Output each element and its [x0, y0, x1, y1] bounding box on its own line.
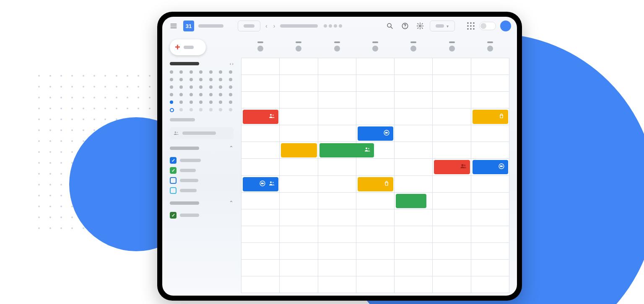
apps-icon[interactable]	[467, 22, 475, 30]
grid-cell[interactable]	[395, 209, 433, 226]
grid-cell[interactable]	[395, 75, 433, 92]
other-calendars-header[interactable]: ⌃	[170, 200, 234, 206]
mini-calendar-day[interactable]	[219, 93, 222, 96]
mini-calendar-day[interactable]	[190, 70, 193, 74]
calendar-checkbox[interactable]	[170, 157, 177, 164]
grid-cell[interactable]	[395, 142, 433, 159]
mini-calendar-day[interactable]	[190, 93, 193, 96]
mini-calendar-day[interactable]	[179, 93, 183, 96]
mini-calendar-day[interactable]	[199, 78, 203, 81]
grid-cell[interactable]	[318, 260, 356, 276]
mini-calendar-day[interactable]	[219, 100, 222, 104]
grid-cell[interactable]	[280, 176, 318, 193]
calendar-event[interactable]	[243, 110, 278, 124]
grid-cell[interactable]	[471, 226, 509, 243]
mini-calendar-day[interactable]	[229, 78, 232, 81]
grid-cell[interactable]	[280, 243, 318, 260]
mini-calendar-day[interactable]	[229, 70, 232, 74]
mini-calendar-day[interactable]	[219, 78, 222, 81]
grid-cell[interactable]	[242, 226, 280, 243]
calendar-item[interactable]	[170, 177, 234, 184]
day-number[interactable]	[296, 46, 301, 52]
mini-calendar-day[interactable]	[170, 93, 173, 96]
grid-cell[interactable]	[433, 193, 471, 209]
mini-calendar-day[interactable]	[209, 93, 213, 96]
grid-cell[interactable]	[471, 176, 509, 193]
grid-cell[interactable]	[280, 193, 318, 209]
grid-cell[interactable]	[280, 75, 318, 92]
calendar-checkbox[interactable]	[170, 167, 177, 174]
mini-calendar-day[interactable]	[170, 108, 174, 112]
mini-calendar-day[interactable]	[190, 100, 193, 104]
mini-calendar-day[interactable]	[219, 108, 222, 111]
grid-cell[interactable]	[242, 243, 280, 260]
grid-cell[interactable]	[242, 92, 280, 108]
mini-calendar-day[interactable]	[179, 85, 183, 89]
view-selector[interactable]: ▾	[430, 21, 455, 31]
grid-cell[interactable]	[356, 209, 395, 226]
grid-cell[interactable]	[395, 159, 433, 175]
grid-cell[interactable]	[356, 108, 395, 125]
grid-cell[interactable]	[433, 276, 471, 293]
mini-calendar-day[interactable]	[209, 78, 213, 81]
mini-calendar-day[interactable]	[170, 78, 173, 81]
grid-cell[interactable]	[318, 108, 356, 125]
next-period-button[interactable]: ›	[273, 23, 276, 29]
mini-calendar-day[interactable]	[229, 100, 232, 104]
calendar-checkbox[interactable]	[170, 187, 177, 194]
day-number[interactable]	[449, 46, 455, 52]
toggle-switch[interactable]	[479, 22, 496, 30]
calendar-event[interactable]	[473, 160, 508, 174]
grid-cell[interactable]	[433, 260, 471, 276]
grid-cell[interactable]	[280, 58, 318, 75]
mini-calendar-day[interactable]	[170, 100, 173, 104]
mini-calendar-day[interactable]	[170, 85, 173, 89]
grid-cell[interactable]	[433, 92, 471, 108]
calendar-event[interactable]	[281, 143, 317, 157]
mini-calendar-day[interactable]	[179, 100, 183, 104]
grid-cell[interactable]	[318, 193, 356, 209]
today-button[interactable]	[238, 21, 260, 31]
grid-cell[interactable]	[318, 243, 356, 260]
grid-cell[interactable]	[471, 260, 509, 276]
grid-cell[interactable]	[318, 226, 356, 243]
grid-cell[interactable]	[242, 142, 280, 159]
grid-cell[interactable]	[318, 92, 356, 108]
grid-cell[interactable]	[471, 243, 509, 260]
mini-next-button[interactable]: ›	[232, 61, 234, 66]
mini-calendar-day[interactable]	[209, 70, 213, 74]
grid-cell[interactable]	[395, 108, 433, 125]
grid-cell[interactable]	[471, 92, 509, 108]
calendar-item[interactable]	[170, 187, 234, 194]
grid-cell[interactable]	[471, 75, 509, 92]
day-number[interactable]	[487, 46, 493, 52]
mini-calendar-day[interactable]	[209, 108, 213, 111]
calendar-event[interactable]	[358, 177, 393, 191]
grid-cell[interactable]	[395, 92, 433, 108]
grid-cell[interactable]	[280, 108, 318, 125]
calendar-checkbox[interactable]	[170, 212, 177, 219]
mini-calendar-day[interactable]	[209, 85, 213, 89]
calendar-event[interactable]	[358, 126, 393, 141]
grid-cell[interactable]	[280, 92, 318, 108]
grid-cell[interactable]	[318, 125, 356, 142]
help-icon[interactable]	[400, 21, 410, 31]
calendar-item[interactable]	[170, 212, 234, 219]
search-people-input[interactable]	[170, 127, 234, 139]
grid-cell[interactable]	[242, 209, 280, 226]
grid-cell[interactable]	[318, 176, 356, 193]
mini-calendar-day[interactable]	[190, 108, 193, 111]
mini-calendar-day[interactable]	[209, 100, 213, 104]
grid-cell[interactable]	[471, 58, 509, 75]
grid-cell[interactable]	[395, 276, 433, 293]
my-calendars-header[interactable]: ⌃	[170, 145, 234, 151]
grid-cell[interactable]	[356, 75, 395, 92]
calendar-event[interactable]	[396, 194, 426, 208]
grid-cell[interactable]	[395, 260, 433, 276]
grid-cell[interactable]	[471, 142, 509, 159]
grid-cell[interactable]	[471, 276, 509, 293]
grid-cell[interactable]	[242, 58, 280, 75]
grid-cell[interactable]	[433, 75, 471, 92]
settings-icon[interactable]	[415, 21, 426, 31]
grid-cell[interactable]	[280, 125, 318, 142]
